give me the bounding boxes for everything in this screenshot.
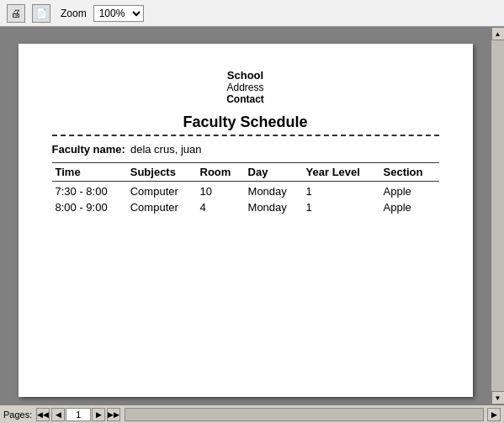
- col-year-level: Year Level: [303, 163, 380, 182]
- table-cell: Apple: [380, 182, 439, 200]
- document-page: School Address Contact Faculty Schedule …: [19, 44, 473, 397]
- prev-page-button[interactable]: ◀: [51, 408, 65, 421]
- table-row: 8:00 - 9:00Computer4Monday1Apple: [52, 199, 439, 215]
- col-subjects: Subjects: [127, 163, 197, 182]
- table-cell: Computer: [127, 182, 197, 200]
- page-area: School Address Contact Faculty Schedule …: [0, 27, 491, 404]
- table-cell: 1: [303, 199, 380, 215]
- bottom-scrollbar-track: [125, 409, 483, 420]
- page-icon: 📄: [35, 8, 48, 19]
- print-button[interactable]: 🖨: [7, 4, 25, 23]
- scroll-down-button[interactable]: ▼: [491, 391, 505, 404]
- page-number-input[interactable]: [66, 408, 91, 421]
- school-name: School: [52, 69, 439, 82]
- school-address: Address: [52, 82, 439, 93]
- table-cell: 7:30 - 8:00: [52, 182, 127, 200]
- bottom-scrollbar[interactable]: [125, 408, 484, 421]
- table-cell: Computer: [127, 199, 197, 215]
- col-room: Room: [197, 163, 245, 182]
- next-page-button[interactable]: ▶: [92, 408, 105, 421]
- table-cell: Apple: [380, 199, 439, 215]
- table-cell: 8:00 - 9:00: [52, 199, 127, 215]
- table-cell: 10: [197, 182, 245, 200]
- last-page-button[interactable]: ▶▶: [107, 408, 120, 421]
- pages-label: Pages:: [3, 410, 32, 420]
- page-button[interactable]: 📄: [32, 4, 50, 23]
- bottom-bar: Pages: ◀◀ ◀ ▶ ▶▶ ▶: [0, 404, 504, 423]
- table-cell: Monday: [245, 182, 303, 200]
- print-icon: 🖨: [11, 8, 21, 19]
- right-scrollbar[interactable]: ▲ ▼: [491, 27, 504, 404]
- zoom-select[interactable]: 50%75%100%125%150%200%: [93, 5, 144, 22]
- table-cell: 1: [303, 182, 380, 200]
- faculty-name-row: Faculty name: dela crus, juan: [52, 143, 439, 156]
- col-section: Section: [380, 163, 439, 182]
- table-header-row: Time Subjects Room Day Year Level Sectio…: [52, 163, 439, 182]
- table-row: 7:30 - 8:00Computer10Monday1Apple: [52, 182, 439, 200]
- zoom-label: Zoom: [61, 8, 87, 19]
- table-cell: Monday: [245, 199, 303, 215]
- toolbar: 🖨 📄 Zoom 50%75%100%125%150%200%: [0, 0, 504, 27]
- table-body: 7:30 - 8:00Computer10Monday1Apple8:00 - …: [52, 182, 439, 216]
- title-divider: [52, 135, 439, 136]
- faculty-name-value: dela crus, juan: [130, 143, 202, 156]
- scrollbar-track: [491, 40, 504, 391]
- schedule-table: Time Subjects Room Day Year Level Sectio…: [52, 162, 439, 215]
- first-page-button[interactable]: ◀◀: [36, 408, 50, 421]
- main-area: School Address Contact Faculty Schedule …: [0, 27, 504, 404]
- school-contact: Contact: [52, 93, 439, 105]
- scroll-up-button[interactable]: ▲: [491, 27, 505, 40]
- document-title: Faculty Schedule: [52, 114, 439, 131]
- table-cell: 4: [197, 199, 245, 215]
- col-time: Time: [52, 163, 127, 182]
- document-header: School Address Contact: [52, 69, 439, 105]
- col-day: Day: [245, 163, 303, 182]
- scroll-right-button[interactable]: ▶: [487, 408, 501, 421]
- table-header: Time Subjects Room Day Year Level Sectio…: [52, 163, 439, 182]
- faculty-name-label: Faculty name:: [52, 143, 125, 156]
